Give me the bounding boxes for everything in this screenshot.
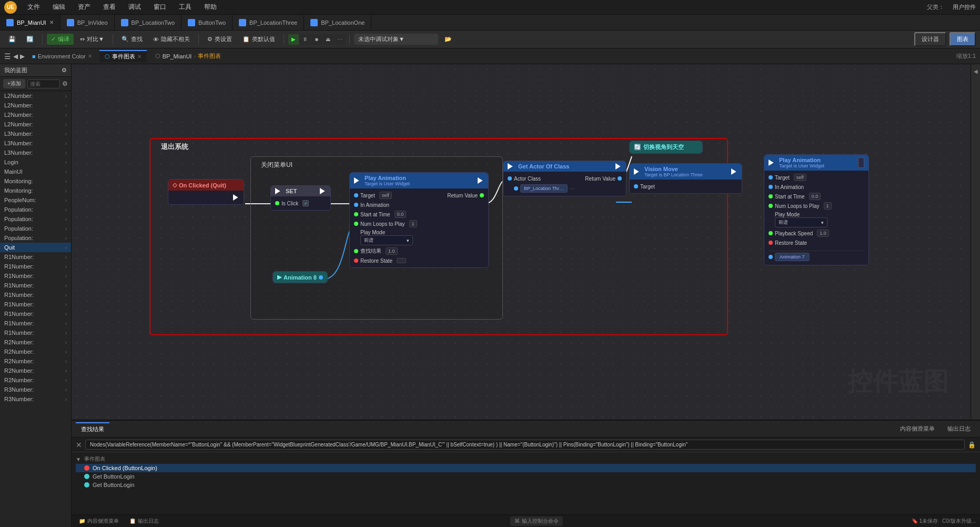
tab-output-log[interactable]: 输出日志 [942, 423, 976, 435]
add-button[interactable]: +添加 [3, 79, 25, 88]
menu-file[interactable]: 文件 [25, 2, 42, 13]
panel-item-28[interactable]: R2Number:› [0, 356, 71, 366]
num-loops-pin[interactable]: Num Loops to Play 1 [354, 220, 417, 227]
eject-button[interactable]: ⏏ [323, 34, 334, 45]
tab-bp-mianui[interactable]: BP_MianUI ✕ [0, 15, 60, 30]
menu-debug[interactable]: 调试 [126, 2, 143, 13]
panel-item-27[interactable]: R2Number:› [0, 347, 71, 356]
compile-button[interactable]: ✓ 编译 [47, 34, 74, 45]
node-get-actor-of-class[interactable]: Get Actor Of Class Actor Class Return Va… [503, 161, 627, 196]
find-button[interactable]: 🔍 查找 [117, 34, 147, 45]
panel-item-13[interactable]: Population:› [0, 214, 71, 224]
node-vision-move[interactable]: Vision Move Target is BP Location Three … [629, 163, 742, 194]
target-pa2-pin[interactable]: Target self [769, 174, 806, 181]
panel-item-3[interactable]: L2Number:› [0, 120, 71, 129]
node-play-animation[interactable]: Play Animation Target is User Widget Tar… [349, 172, 489, 268]
panel-item-29[interactable]: R2Number:› [0, 366, 71, 375]
menu-window[interactable]: 窗口 [151, 2, 168, 13]
panel-item-11[interactable]: PeopleNum:› [0, 195, 71, 205]
play-mode-pa2-dropdown[interactable]: 前进 ▾ [775, 217, 827, 227]
blueprint-canvas[interactable]: 退出系统 关闭菜单UI ◇ On Clicked (Quit) [72, 64, 980, 420]
play-anim2-toggle[interactable] [858, 157, 864, 168]
checkbox[interactable]: ✓ [302, 200, 309, 206]
playback-speed-pin[interactable]: 查找结果 1.0 [354, 247, 398, 255]
results-section-header[interactable]: ▼ 事件图表 [76, 454, 976, 464]
breadcrumb-root[interactable]: BP_MianUI [163, 53, 192, 59]
designer-button[interactable]: 设计器 [914, 32, 946, 46]
refresh-button[interactable]: 🔄 [22, 34, 38, 44]
restore-state-pin[interactable]: Restore State [354, 258, 406, 264]
result-on-clicked-buttonlogin[interactable]: On Clicked (ButtonLogin) [76, 464, 976, 472]
compare-button[interactable]: ⇔ 对比▼ [76, 34, 108, 45]
node-on-clicked-quit[interactable]: ◇ On Clicked (Quit) [168, 179, 244, 205]
panel-item-20[interactable]: R1Number:› [0, 281, 71, 290]
panel-item-22[interactable]: R1Number:› [0, 300, 71, 309]
tab-bp-locationone[interactable]: BP_LocationOne [304, 15, 371, 30]
panel-item-0[interactable]: L2Number:› [0, 91, 71, 101]
search-query-input[interactable] [85, 440, 965, 450]
target-vm-pin[interactable]: Target [634, 184, 655, 190]
class-settings-button[interactable]: ⚙ 类设置 [203, 34, 236, 45]
result-get-buttonlogin-2[interactable]: Get ButtonLogin [76, 481, 976, 489]
panel-item-4[interactable]: L3Number:› [0, 129, 71, 138]
stop-button[interactable]: ■ [311, 34, 322, 45]
output-log-btn[interactable]: 📋 输出日志 [126, 516, 162, 526]
panel-item-10[interactable]: Monitoring:› [0, 186, 71, 195]
menu-help[interactable]: 帮助 [202, 2, 219, 13]
result-get-buttonlogin-1[interactable]: Get ButtonLogin [76, 472, 976, 481]
search-clear-icon[interactable]: ✕ [76, 441, 82, 449]
panel-item-18[interactable]: R1Number:› [0, 262, 71, 271]
panel-item-14[interactable]: Population:› [0, 224, 71, 233]
tab-buttontwo[interactable]: ButtonTwo [181, 15, 233, 30]
node-switch-view[interactable]: 🔄 切换视角到天空 [629, 141, 703, 154]
panel-item-5[interactable]: L3Number:› [0, 138, 71, 148]
panel-item-7[interactable]: Login› [0, 157, 71, 167]
event-graph-close[interactable]: ✕ [137, 54, 142, 59]
panel-item-25[interactable]: R1Number:› [0, 328, 71, 337]
breadcrumb-active[interactable]: 事件图表 [198, 52, 221, 60]
panel-item-23[interactable]: R1Number:› [0, 309, 71, 319]
class-defaults-button[interactable]: 📋 类默认值 [238, 34, 279, 45]
pause-button[interactable]: ⏸ [300, 34, 310, 45]
panel-item-15[interactable]: Population:› [0, 233, 71, 243]
tab-bp-locationtwo[interactable]: BP_LocationTwo [115, 15, 182, 30]
panel-item-21[interactable]: R1Number:› [0, 290, 71, 300]
tab-close-bp-mianui[interactable]: ✕ [49, 19, 54, 25]
tab-bp-locationthree[interactable]: BP_LocationThree [233, 15, 304, 30]
nav-back[interactable]: ◀ [13, 53, 18, 60]
in-animation-pin[interactable]: In Animation [354, 202, 389, 208]
debug-dropdown[interactable]: 未选中调试对象▼ [354, 34, 438, 45]
tab-content-browser[interactable]: 内容侧滑菜单 [895, 423, 940, 435]
restore-state-checkbox[interactable] [397, 258, 406, 263]
panel-item-24[interactable]: R1Number:› [0, 319, 71, 328]
graph-button[interactable]: 图表 [949, 32, 976, 46]
actor-class-expand[interactable]: ⋯ [570, 186, 575, 192]
hide-unrelated-button[interactable]: 👁 隐藏不相关 [149, 34, 194, 45]
restore-state-pa2-pin[interactable]: Restore State [769, 240, 807, 246]
return-value-pin[interactable]: Return Value [447, 193, 484, 198]
node-play-animation2[interactable]: Play Animation Target is User Widget Tar… [764, 154, 869, 265]
start-time-pin[interactable]: Start at Time 0.0 [354, 211, 406, 218]
panel-item-16[interactable]: Quit› [0, 243, 71, 252]
start-time-pa2-pin[interactable]: Start at Time 0.0 [769, 193, 821, 200]
panel-item-9[interactable]: Monitoring:› [0, 176, 71, 186]
panel-search-input[interactable] [27, 79, 60, 88]
panel-settings-icon[interactable]: ⚙ [62, 67, 67, 74]
tab-find-results[interactable]: 查找结果 [76, 422, 109, 435]
tab-env-color[interactable]: ■ Environment Color ✕ [27, 52, 97, 61]
panel-item-30[interactable]: R2Number:› [0, 375, 71, 385]
num-loops-pa2-pin[interactable]: Num Loops to Play 1 [769, 202, 832, 210]
panel-gear-icon[interactable]: ⚙ [62, 80, 68, 87]
panel-item-12[interactable]: Population:› [0, 205, 71, 214]
panel-item-8[interactable]: MainUI› [0, 167, 71, 176]
tab-event-graph[interactable]: ⬡ 事件图表 ✕ [99, 50, 147, 62]
panel-item-32[interactable]: R3Number:› [0, 394, 71, 404]
play-button[interactable]: ▶ [288, 34, 299, 45]
more-button[interactable]: ⋯ [335, 34, 345, 45]
panel-item-1[interactable]: L2Number:› [0, 101, 71, 110]
debug-extra-button[interactable]: 📂 [440, 34, 456, 44]
node-set[interactable]: SET Is Click ✓ [270, 185, 331, 211]
exec-out-pin[interactable] [233, 194, 239, 201]
target-pin[interactable]: Target self [354, 192, 392, 199]
menu-view[interactable]: 查看 [101, 2, 118, 13]
